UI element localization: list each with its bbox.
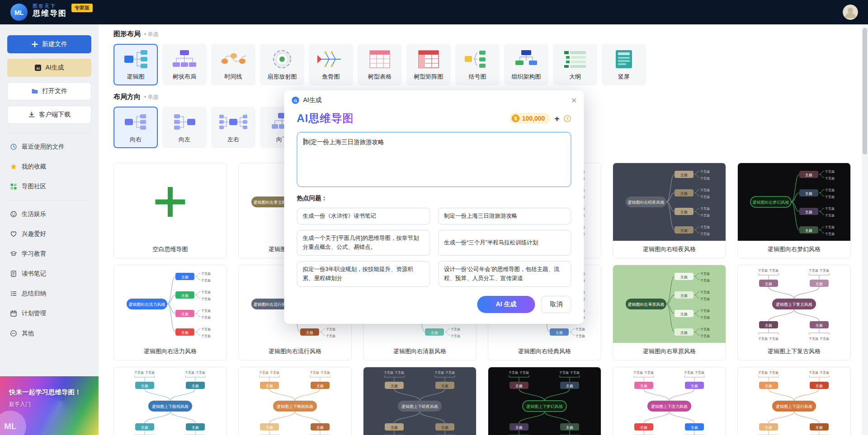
layout-type-card[interactable]: 逻辑图 [113, 44, 158, 85]
template-thumbnail: 逻辑图上下晚秋风格主题主题子主题子主题子主题子主题主题主题子主题子主题子主题子主… [239, 367, 351, 435]
template-card[interactable]: 空白思维导图 [113, 163, 227, 258]
layout-type-card[interactable]: 竖屏 [602, 44, 646, 85]
suggestion-button[interactable]: 设计一份‘公司年会’的思维导图，包括主题、流程、预算、人员分工、宣传渠道 [438, 261, 571, 287]
layout-type-card[interactable]: 大纲 [553, 44, 597, 85]
suggestion-button[interactable]: 生成一份《水浒传》读书笔记 [297, 208, 430, 225]
promo-banner[interactable]: 快来一起学习思维导图！ 新手入门 ML [0, 376, 99, 435]
direction-label: 左右 [227, 136, 239, 144]
template-thumbnail: 逻辑图上下流行风格主题主题子主题子主题子主题子主题主题主题子主题子主题子主题子主… [738, 367, 850, 435]
promo-title: 快来一起学习思维导图！ [9, 388, 99, 397]
suggestion-button[interactable]: 生成一份“三个月”半程马拉松训练计划 [438, 230, 571, 256]
svg-text:子主题: 子主题 [395, 370, 404, 374]
template-card[interactable]: 逻辑图上下流行风格主题主题子主题子主题子主题子主题主题主题子主题子主题子主题子主… [737, 367, 851, 435]
template-card[interactable]: 逻辑图向右活力风格主题子主题子主题主题子主题子主题主题子主题子主题主题子主题子主… [113, 265, 227, 360]
template-card[interactable]: 逻辑图上下曲线风格主题主题子主题子主题子主题子主题主题主题子主题子主题子主题子主… [113, 367, 227, 435]
brand-title: 思维导图 [33, 9, 67, 18]
svg-text:子主题: 子主题 [700, 232, 710, 236]
svg-text:子主题: 子主题 [321, 370, 330, 374]
template-thumbnail: 逻辑图向右梦幻风格主题子主题子主题主题子主题子主题主题子主题子主题主题子主题子主… [738, 163, 850, 241]
layout-type-icon [365, 49, 394, 70]
sidebar-nav-icon [10, 143, 17, 150]
suggestion-button[interactable]: 拟定一份3年职业规划，按技能提升、资源积累、里程碑划分 [297, 261, 430, 287]
template-card[interactable]: 逻辑图上下暗夜风格主题主题子主题子主题子主题子主题主题主题子主题子主题子主题子主… [363, 367, 476, 435]
prompt-input[interactable]: 制定一份上海三日游旅游攻略 [297, 132, 571, 187]
svg-text:主题: 主题 [764, 282, 772, 286]
template-card[interactable]: 逻辑图上下复古风格主题主题子主题子主题子主题子主题主题主题子主题子主题子主题子主… [737, 265, 851, 360]
svg-text:子主题: 子主题 [700, 213, 710, 217]
sidebar-button-icon [31, 88, 38, 95]
layout-type-card[interactable]: 扇形放射图 [260, 44, 304, 85]
pro-badge: 专家版 [71, 4, 93, 12]
svg-text:子主题: 子主题 [445, 370, 455, 374]
svg-text:子主题: 子主题 [201, 297, 211, 301]
sidebar-button[interactable]: 打开文件 [7, 82, 91, 100]
layout-type-card[interactable]: 组织架构图 [504, 44, 548, 85]
template-card[interactable]: 逻辑图向右草原风格主题子主题子主题主题子主题子主题主题子主题子主题主题子主题子主… [613, 265, 726, 360]
layout-type-card[interactable]: 括号图 [455, 44, 500, 85]
coin-icon: $ [512, 114, 520, 122]
svg-text:主题: 主题 [316, 426, 324, 430]
close-icon[interactable]: × [571, 96, 577, 105]
sidebar-nav-item[interactable]: 最近使用的文件 [0, 137, 99, 157]
sidebar-category-item[interactable]: 学习教育 [0, 244, 99, 264]
layout-type-card[interactable]: 时间线 [211, 44, 255, 85]
svg-text:子主题: 子主题 [633, 370, 643, 374]
svg-text:主题: 主题 [316, 384, 324, 388]
sidebar-category-item[interactable]: 其他 [0, 323, 99, 343]
sidebar-button[interactable]: 客户端下载 [7, 106, 91, 124]
sidebar-category-item[interactable]: 生活娱乐 [0, 204, 99, 224]
help-icon[interactable]: ? [564, 115, 571, 122]
svg-text:主题: 主题 [815, 384, 823, 388]
svg-text:子主题: 子主题 [809, 268, 818, 272]
sidebar-category-icon [10, 230, 17, 238]
sidebar-category-item[interactable]: 兴趣爱好 [0, 224, 99, 244]
direction-card[interactable]: 向右 [113, 107, 158, 148]
ai-mindmap-title: AI思维导图 [297, 111, 354, 126]
direction-card[interactable]: 左右 [211, 107, 255, 148]
layout-type-card[interactable]: 树型矩阵图 [406, 44, 451, 85]
svg-text:?: ? [566, 116, 569, 121]
template-card[interactable]: 逻辑图上下晚秋风格主题主题子主题子主题子主题子主题主题主题子主题子主题子主题子主… [238, 367, 352, 435]
sidebar-category-item[interactable]: 读书笔记 [0, 264, 99, 284]
brand[interactable]: ML 图形天下 思维导图 专家版 [10, 3, 93, 21]
sidebar-button-label: 打开文件 [42, 87, 67, 95]
template-card[interactable]: 逻辑图上下梦幻风格主题主题子主题子主题子主题子主题主题主题子主题子主题子主题子主… [488, 367, 601, 435]
svg-text:子主题: 子主题 [700, 271, 710, 276]
direction-card[interactable]: 向左 [162, 107, 207, 148]
sidebar-nav-item[interactable]: 我的收藏 [0, 157, 99, 177]
layout-type-icon [561, 49, 590, 70]
sidebar-button[interactable]: 新建文件 [7, 35, 91, 53]
svg-text:子主题: 子主题 [259, 370, 269, 374]
layout-type-card[interactable]: 树状布局 [162, 44, 207, 85]
sidebar-button[interactable]: AI AI生成 [7, 59, 91, 77]
svg-text:逻辑图上下曲线风格: 逻辑图上下曲线风格 [152, 404, 189, 409]
svg-text:主题: 主题 [680, 229, 688, 233]
template-thumbnail [114, 163, 226, 241]
sidebar-category-item[interactable]: 总结归纳 [0, 284, 99, 304]
suggestion-button[interactable]: 生成一个关于[平面几何]的思维导图，按章节划分重点概念、公式、易错点。 [297, 230, 430, 256]
template-card[interactable]: 逻辑图上下活力风格主题主题子主题子主题子主题子主题主题主题子主题子主题子主题子主… [613, 367, 726, 435]
svg-text:子主题: 子主题 [519, 370, 529, 374]
modal-footer: AI 生成 取消 [297, 296, 571, 313]
sidebar-nav-item[interactable]: 导图社区 [0, 177, 99, 196]
sidebar-button-icon [31, 41, 38, 48]
template-card[interactable]: 逻辑图向右暗夜风格主题子主题子主题主题子主题子主题主题子主题子主题主题子主题子主… [613, 163, 726, 258]
sidebar-button-icon [28, 111, 35, 118]
layout-type-card[interactable]: 鱼骨图 [309, 44, 353, 85]
sidebar-category-icon [10, 330, 17, 337]
scrollbar-thumb[interactable] [863, 28, 867, 154]
svg-text:子主题: 子主题 [509, 370, 518, 374]
cancel-button[interactable]: 取消 [542, 296, 571, 313]
add-credits-button[interactable]: + [554, 114, 559, 123]
suggestion-button[interactable]: 制定一份上海三日游旅游攻略 [438, 208, 571, 225]
svg-text:主题: 主题 [181, 331, 189, 335]
svg-text:子主题: 子主题 [201, 290, 211, 294]
sidebar-category-label: 总结归纳 [22, 290, 46, 298]
sidebar-category-item[interactable]: 计划管理 [0, 304, 99, 323]
svg-text:主题: 主题 [141, 426, 148, 430]
template-caption: 空白思维导图 [114, 241, 226, 258]
user-avatar[interactable] [843, 5, 858, 20]
ai-generate-button[interactable]: AI 生成 [477, 296, 535, 313]
layout-type-card[interactable]: 树型表格 [358, 44, 402, 85]
template-card[interactable]: 逻辑图向右梦幻风格主题子主题子主题主题子主题子主题主题子主题子主题主题子主题子主… [737, 163, 851, 258]
